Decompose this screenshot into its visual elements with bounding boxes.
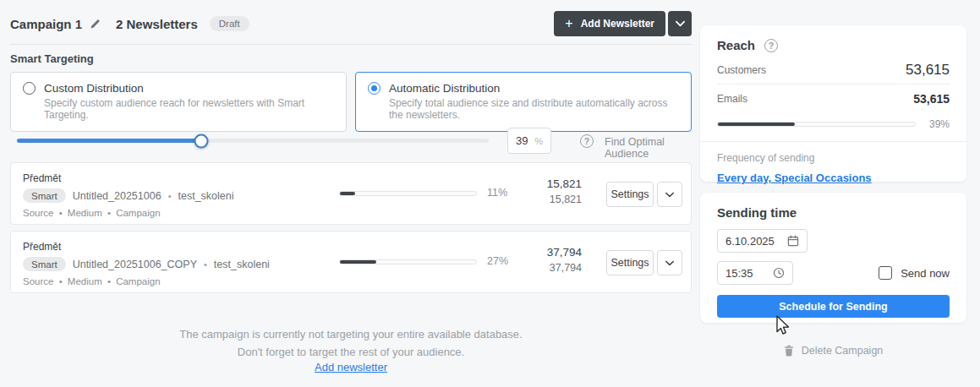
newsletter-name: Untitled_20251006_COPY xyxy=(73,259,197,270)
automatic-distribution-label: Automatic Distribution xyxy=(389,82,500,95)
send-now-checkbox[interactable] xyxy=(879,266,892,280)
reach-total: 37,794 xyxy=(501,261,582,276)
newsletter-progress-bar xyxy=(339,191,477,196)
sending-time-title: Sending time xyxy=(717,205,950,220)
time-input[interactable]: 15:35 xyxy=(717,261,793,285)
send-now-label: Send now xyxy=(901,267,950,280)
reach-progress-label: 39% xyxy=(926,118,950,130)
audience-slider-fill xyxy=(17,139,201,143)
newsletter-list-name: test_skoleni xyxy=(214,259,270,270)
delete-campaign-label: Delete Campaign xyxy=(802,345,884,357)
delete-campaign-button[interactable]: Delete Campaign xyxy=(700,345,966,357)
newsletter-reach-numbers: 37,794 37,794 xyxy=(501,245,582,275)
audience-slider-row: 39 % ? Find Optimal Audience xyxy=(10,128,692,155)
custom-distribution-description: Specify custom audience reach for newsle… xyxy=(44,97,334,121)
distribution-options: Custom Distribution Specify custom audie… xyxy=(10,72,692,132)
calendar-icon[interactable] xyxy=(787,235,799,247)
reach-progress-row: 39% xyxy=(717,118,950,130)
newsletter-progress-fill xyxy=(340,260,376,264)
chevron-down-icon xyxy=(676,20,685,27)
bullet-separator: • xyxy=(204,259,207,270)
percent-unit-label: % xyxy=(534,136,543,146)
newsletter-count: 2 Newsletters xyxy=(116,17,198,31)
status-badge: Draft xyxy=(210,16,249,31)
newsletter-reach-numbers: 15,821 15,821 xyxy=(501,177,582,207)
settings-dropdown-button[interactable] xyxy=(657,250,682,275)
reach-panel: Reach ? Customers 53,615 Emails 53,615 3… xyxy=(700,25,966,182)
targeting-warning-line1: The campaign is currently not targeting … xyxy=(10,326,692,344)
schedule-for-sending-button[interactable]: Schedule for Sending xyxy=(717,295,950,318)
customers-row: Customers 53,615 xyxy=(717,56,950,84)
automatic-distribution-description: Specify total audience size and distribu… xyxy=(389,97,679,121)
find-optimal-audience-link[interactable]: Find Optimal Audience xyxy=(605,136,692,160)
reach-divider xyxy=(700,141,966,142)
question-circle-icon[interactable]: ? xyxy=(764,39,778,52)
emails-row: Emails 53,615 xyxy=(717,84,950,113)
frequency-link[interactable]: Every day, Special Occasions xyxy=(717,172,872,184)
newsletter-name: Untitled_20251006 xyxy=(73,190,162,202)
smart-badge: Smart xyxy=(23,188,66,203)
settings-button[interactable]: Settings xyxy=(606,182,654,207)
reach-progress-bar xyxy=(717,122,916,127)
add-newsletter-dropdown-button[interactable] xyxy=(668,11,692,36)
customers-label: Customers xyxy=(717,64,766,76)
automatic-distribution-option[interactable]: Automatic Distribution Specify total aud… xyxy=(355,72,692,132)
smart-targeting-title: Smart Targeting xyxy=(10,52,94,65)
send-now-toggle[interactable]: Send now xyxy=(879,266,950,280)
sending-time-panel: Sending time 6.10.2025 15:35 Send now Sc… xyxy=(700,193,966,323)
campaign-main-panel: Campaign 1 2 Newsletters Draft + Add New… xyxy=(0,0,692,387)
audience-percent-value: 39 xyxy=(516,134,528,147)
targeting-warning: The campaign is currently not targeting … xyxy=(10,326,692,362)
smart-badge: Smart xyxy=(23,257,66,271)
date-input[interactable]: 6.10.2025 xyxy=(717,229,808,253)
edit-pencil-icon[interactable] xyxy=(90,19,101,30)
audience-percent-input[interactable]: 39 % xyxy=(507,128,551,154)
reach-progress-fill xyxy=(718,123,795,126)
audience-slider-handle[interactable] xyxy=(194,134,208,148)
chevron-down-icon xyxy=(665,260,674,266)
chevron-down-icon xyxy=(665,192,674,198)
settings-dropdown-button[interactable] xyxy=(657,182,682,207)
radio-selected-icon[interactable] xyxy=(368,82,381,95)
time-value: 15:35 xyxy=(725,267,753,280)
utm-meta: Source • Medium • Campaign xyxy=(23,276,679,286)
header-divider xyxy=(10,44,692,45)
reach-current: 37,794 xyxy=(501,245,582,261)
plus-icon: + xyxy=(565,17,572,30)
emails-label: Emails xyxy=(717,93,747,105)
frequency-label: Frequency of sending xyxy=(717,152,950,164)
campaign-title: Campaign 1 xyxy=(10,17,82,31)
emails-value: 53,615 xyxy=(913,92,950,106)
newsletter-row-1: Předmět Smart Untitled_20251006 • test_s… xyxy=(10,162,692,225)
campaign-header: Campaign 1 2 Newsletters Draft + Add New… xyxy=(10,10,692,37)
add-newsletter-button[interactable]: + Add Newsletter xyxy=(554,11,665,36)
audience-slider[interactable] xyxy=(17,139,489,143)
custom-distribution-label: Custom Distribution xyxy=(44,82,144,95)
add-newsletter-link[interactable]: Add newsletter xyxy=(315,361,387,373)
newsletter-progress-bar xyxy=(339,259,477,264)
custom-distribution-option[interactable]: Custom Distribution Specify custom audie… xyxy=(10,72,347,132)
add-newsletter-label: Add Newsletter xyxy=(581,18,654,30)
newsletter-row-2: Předmět Smart Untitled_20251006_COPY • t… xyxy=(10,231,692,293)
customers-value: 53,615 xyxy=(906,62,950,79)
reach-current: 15,821 xyxy=(501,177,582,193)
question-circle-icon[interactable]: ? xyxy=(580,134,594,148)
bullet-separator: • xyxy=(168,191,172,201)
newsletter-progress-fill xyxy=(340,192,355,195)
reach-total: 15,821 xyxy=(501,193,582,208)
utm-meta: Source • Medium • Campaign xyxy=(23,208,679,218)
clock-icon[interactable] xyxy=(773,267,785,279)
reach-title: Reach xyxy=(717,38,755,52)
trash-icon xyxy=(784,345,794,357)
settings-button[interactable]: Settings xyxy=(606,250,654,275)
date-value: 6.10.2025 xyxy=(725,235,775,248)
newsletter-list-name: test_skoleni xyxy=(178,190,233,202)
radio-unselected-icon[interactable] xyxy=(23,82,36,95)
